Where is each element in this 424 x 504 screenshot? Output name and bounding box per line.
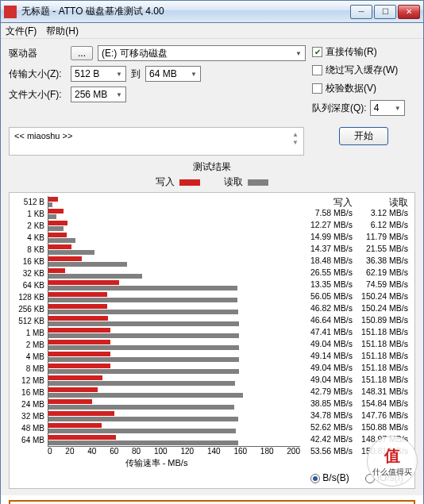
bar-row <box>48 196 300 208</box>
bar-row <box>48 327 300 339</box>
y-label: 512 KB <box>13 315 44 327</box>
write-bar <box>48 364 110 368</box>
y-label: 256 KB <box>13 303 44 315</box>
chevron-down-icon: ▼ <box>295 50 302 57</box>
minimize-button[interactable]: ─ <box>350 5 372 19</box>
read-bar <box>48 357 239 362</box>
y-label: 16 KB <box>13 256 44 267</box>
read-swatch-icon <box>248 179 268 186</box>
write-bar <box>48 209 64 214</box>
read-bar <box>48 345 239 350</box>
app-icon <box>4 6 17 18</box>
table-row: 56.05 MB/s150.24 MB/s <box>300 290 411 302</box>
maximize-button[interactable]: ☐ <box>374 5 396 19</box>
bar-row <box>48 244 300 256</box>
window-title: 无标题 - ATTO 磁盘基准测试 4.00 <box>21 5 350 18</box>
content-area: 驱动器 ... (E:) 可移动磁盘 ▼ 传输大小(Z): 512 B▼ 到 6… <box>1 39 423 495</box>
checkbox-icon: ✔ <box>312 47 322 57</box>
y-label: 128 KB <box>13 291 44 303</box>
bar-row <box>48 303 300 315</box>
read-bar <box>48 238 75 243</box>
y-label: 4 KB <box>13 232 44 244</box>
y-label: 64 KB <box>13 279 44 291</box>
read-bar <box>48 250 94 255</box>
chart-panel: 512 B1 KB2 KB4 KB8 KB16 KB32 KB64 KB128 … <box>9 192 415 489</box>
write-bar <box>48 352 110 356</box>
table-row: 52.62 MB/s150.88 MB/s <box>300 421 411 433</box>
read-bar <box>48 262 127 267</box>
write-bar <box>48 233 67 237</box>
direct-io-checkbox[interactable]: ✔ 直接传输(R) <box>312 45 415 59</box>
chart-bars <box>48 196 300 447</box>
read-bar <box>48 321 239 326</box>
verify-data-checkbox[interactable]: 校验数据(V) <box>312 82 415 95</box>
checkbox-icon <box>312 65 322 75</box>
chart-x-label: 传输速率 - MB/s <box>13 457 300 469</box>
table-row: 14.37 MB/s21.55 MB/s <box>300 243 411 255</box>
start-button[interactable]: 开始 <box>339 127 388 145</box>
bar-row <box>48 315 300 327</box>
drive-label: 驱动器 <box>9 47 66 60</box>
bypass-cache-checkbox[interactable]: 绕过写入缓存(W) <box>312 63 415 77</box>
bar-row <box>48 387 300 398</box>
read-bar <box>48 274 142 279</box>
y-label: 8 KB <box>13 244 44 256</box>
queue-depth-label: 队列深度(Q): <box>312 102 367 115</box>
menu-help[interactable]: 帮助(H) <box>46 25 79 37</box>
read-bar <box>48 405 234 410</box>
write-bar <box>48 387 98 392</box>
drive-combo[interactable]: (E:) 可移动磁盘 ▼ <box>98 45 306 61</box>
drive-value: (E:) 可移动磁盘 <box>102 47 168 60</box>
bar-row <box>48 256 300 267</box>
transfer-to-combo[interactable]: 64 MB▼ <box>145 66 201 82</box>
write-bar <box>48 197 58 202</box>
write-bar <box>48 340 110 344</box>
transfer-from-combo[interactable]: 512 B▼ <box>71 66 126 82</box>
y-label: 64 MB <box>13 434 44 446</box>
to-label: 到 <box>131 67 141 81</box>
bar-row <box>48 220 300 232</box>
bar-row <box>48 434 300 446</box>
y-label: 8 MB <box>13 363 44 375</box>
write-swatch-icon <box>179 179 200 186</box>
bar-row <box>48 279 300 291</box>
description-box[interactable]: << miaoshu >> ▲▼ <box>9 127 304 156</box>
read-bar <box>48 441 238 445</box>
table-row: 46.82 MB/s150.24 MB/s <box>300 302 411 314</box>
chevron-down-icon: ▼ <box>395 105 401 112</box>
table-row: 42.79 MB/s148.31 MB/s <box>300 386 411 398</box>
file-size-label: 文件大小(F): <box>9 88 66 102</box>
unit-bs-radio[interactable]: B/s(B) <box>310 472 349 483</box>
queue-depth-combo[interactable]: 4▼ <box>370 100 405 116</box>
menubar: 文件(F) 帮助(H) <box>1 23 423 39</box>
read-bar <box>48 310 238 314</box>
bar-row <box>48 375 300 387</box>
table-row: 46.64 MB/s150.89 MB/s <box>300 314 411 326</box>
read-bar <box>48 393 243 398</box>
scroll-arrows-icon[interactable]: ▲▼ <box>292 131 299 152</box>
y-label: 1 KB <box>13 208 44 220</box>
chevron-down-icon: ▼ <box>116 71 122 78</box>
close-button[interactable]: ✕ <box>398 5 420 19</box>
app-window: 无标题 - ATTO 磁盘基准测试 4.00 ─ ☐ ✕ 文件(F) 帮助(H)… <box>0 0 424 504</box>
read-bar <box>48 381 235 386</box>
table-row: 49.14 MB/s151.18 MB/s <box>300 350 411 362</box>
table-row: 49.04 MB/s151.18 MB/s <box>300 362 411 374</box>
titlebar[interactable]: 无标题 - ATTO 磁盘基准测试 4.00 ─ ☐ ✕ <box>1 1 423 23</box>
y-label: 32 MB <box>13 410 44 422</box>
read-bar <box>48 333 239 338</box>
y-label: 48 MB <box>13 422 44 434</box>
write-bar <box>48 435 116 440</box>
bar-row <box>48 232 300 244</box>
write-bar <box>48 244 71 249</box>
bar-row <box>48 351 300 363</box>
browse-button[interactable]: ... <box>71 46 93 60</box>
bar-row <box>48 339 300 351</box>
read-bar <box>48 298 237 302</box>
transfer-size-label: 传输大小(Z): <box>9 67 66 81</box>
menu-file[interactable]: 文件(F) <box>6 25 37 37</box>
write-bar <box>48 423 102 428</box>
y-label: 16 MB <box>13 387 44 398</box>
file-size-combo[interactable]: 256 MB▼ <box>71 87 126 102</box>
bar-row <box>48 410 300 422</box>
